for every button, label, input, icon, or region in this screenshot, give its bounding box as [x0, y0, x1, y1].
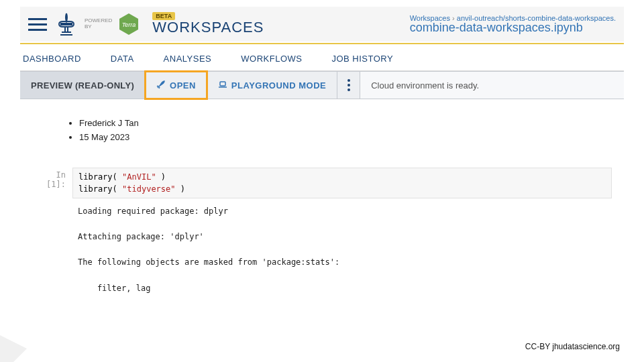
notebook-author: Frederick J Tan — [79, 117, 612, 131]
tab-job-history[interactable]: JOB HISTORY — [331, 54, 393, 64]
tab-analyses[interactable]: ANALYSES — [164, 54, 212, 64]
tab-dashboard[interactable]: DASHBOARD — [23, 54, 81, 64]
rocket-icon — [156, 80, 166, 91]
hamburger-menu-icon[interactable] — [28, 15, 47, 34]
code-cell: In [1]: library( "AnVIL" )library( "tidy… — [32, 168, 612, 198]
cloud-status-label: Cloud environment is ready. — [360, 72, 624, 99]
tab-data[interactable]: DATA — [111, 54, 134, 64]
notebook-content: Frederick J Tan 15 May 2023 In [1]: libr… — [20, 99, 624, 295]
svg-rect-2 — [220, 82, 225, 86]
tab-workflows[interactable]: WORKFLOWS — [241, 54, 302, 64]
preview-mode-label: PREVIEW (READ-ONLY) — [20, 72, 146, 99]
terra-logo-icon: Terra — [119, 13, 139, 36]
kebab-icon — [347, 79, 350, 91]
workspaces-title: WORKSPACES — [152, 19, 264, 36]
playground-mode-button[interactable]: PLAYGROUND MODE — [207, 72, 337, 99]
cell-output: Loading required package: dplyr Attachin… — [72, 205, 612, 295]
app-header: POWERED BY Terra BETA WORKSPACES Workspa… — [20, 7, 624, 42]
laptop-icon — [218, 80, 227, 91]
anvil-logo-icon — [56, 12, 76, 36]
powered-by-label: POWERED BY — [85, 18, 112, 30]
open-button[interactable]: OPEN — [146, 72, 207, 99]
more-menu-button[interactable] — [337, 72, 360, 99]
corner-decoration-icon — [0, 322, 40, 362]
breadcrumb-block: Workspaces › anvil-outreach/shorts-combi… — [410, 14, 616, 35]
workspaces-heading-block: BETA WORKSPACES — [152, 12, 264, 36]
svg-marker-3 — [0, 335, 27, 362]
workspace-tabs: DASHBOARD DATA ANALYSES WORKFLOWS JOB HI… — [20, 44, 624, 71]
notebook-title: combine-data-workspaces.ipynb — [410, 21, 583, 35]
notebook-date: 15 May 2023 — [79, 131, 612, 145]
cell-code[interactable]: library( "AnVIL" )library( "tidyverse" ) — [72, 168, 612, 198]
cell-prompt: In [1]: — [32, 168, 72, 198]
notebook-metadata-list: Frederick J Tan 15 May 2023 — [79, 117, 612, 145]
svg-text:Terra: Terra — [122, 21, 136, 28]
attribution-label: CC-BY jhudatascience.org — [525, 342, 620, 351]
notebook-action-bar: PREVIEW (READ-ONLY) OPEN PLAYGROUND MODE — [20, 71, 624, 99]
